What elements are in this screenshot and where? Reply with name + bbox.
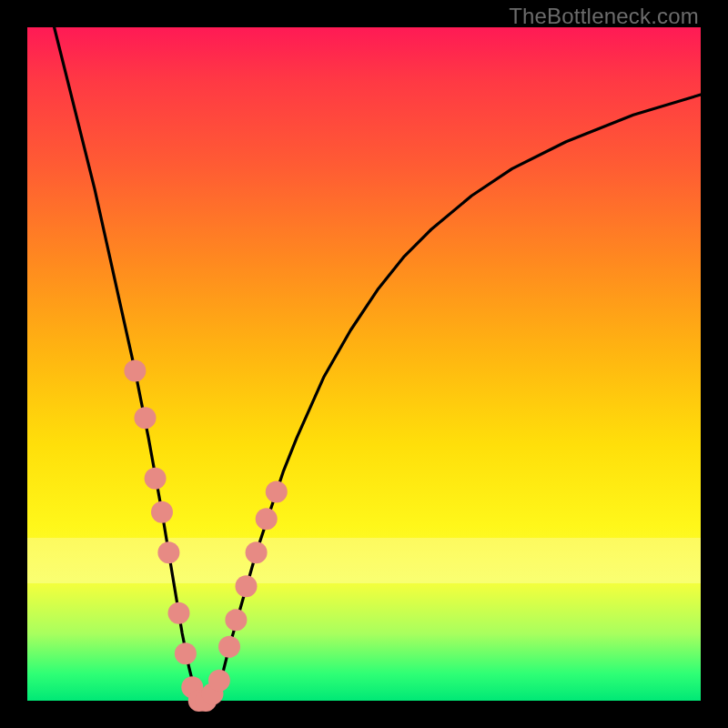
data-dot: [151, 501, 173, 523]
data-dot: [266, 481, 288, 503]
watermark-text: TheBottleneck.com: [509, 4, 699, 29]
data-dot: [208, 670, 230, 692]
data-dot: [168, 602, 190, 624]
bottleneck-curve: [55, 27, 701, 701]
data-dot: [225, 609, 247, 631]
chart-frame: TheBottleneck.com: [0, 0, 728, 728]
data-dot: [157, 541, 179, 563]
chart-svg: [0, 0, 728, 728]
data-dot: [218, 636, 240, 658]
data-dot: [124, 359, 146, 381]
data-dot: [135, 407, 157, 429]
data-dot: [145, 468, 167, 490]
data-dot: [236, 575, 258, 597]
data-dot: [246, 541, 268, 563]
data-dot: [256, 508, 278, 530]
data-dot: [175, 642, 197, 664]
